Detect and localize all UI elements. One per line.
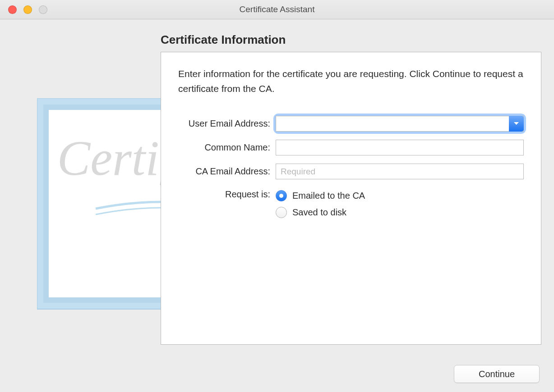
user-email-input[interactable] (276, 116, 524, 132)
request-is-radio-group: Emailed to the CA Saved to disk (276, 187, 524, 223)
radio-button-icon (276, 207, 287, 218)
user-email-label: User Email Address: (178, 119, 276, 129)
request-is-row: Request is: Emailed to the CA Saved to d… (178, 187, 524, 223)
ca-email-input[interactable] (276, 164, 524, 179)
page-heading: Certificate Information (161, 33, 541, 47)
zoom-window-button (39, 5, 47, 14)
radio-button-icon (276, 190, 287, 201)
ca-email-label: CA Email Address: (178, 166, 276, 177)
continue-button[interactable]: Continue (454, 365, 540, 383)
common-name-label: Common Name: (178, 142, 276, 153)
content-area: Certificate Certificate Information Ente… (0, 19, 554, 392)
traffic-lights (0, 5, 47, 14)
window-title: Certificate Assistant (240, 5, 315, 14)
common-name-input[interactable] (276, 140, 524, 155)
radio-emailed-to-ca[interactable]: Emailed to the CA (276, 190, 524, 201)
radio-label: Emailed to the CA (292, 191, 365, 201)
titlebar: Certificate Assistant (0, 0, 554, 19)
radio-label: Saved to disk (292, 207, 346, 218)
close-window-button[interactable] (8, 5, 17, 14)
ca-email-row: CA Email Address: (178, 164, 524, 179)
instructions-text: Enter information for the certificate yo… (178, 67, 524, 96)
radio-saved-to-disk[interactable]: Saved to disk (276, 207, 524, 218)
main-panel: Enter information for the certificate yo… (161, 52, 541, 345)
chevron-down-icon[interactable] (509, 116, 524, 132)
user-email-combobox[interactable] (276, 116, 524, 132)
minimize-window-button[interactable] (23, 5, 32, 14)
footer: Continue (454, 365, 540, 383)
user-email-row: User Email Address: (178, 116, 524, 132)
common-name-row: Common Name: (178, 140, 524, 155)
request-is-label: Request is: (178, 187, 276, 200)
